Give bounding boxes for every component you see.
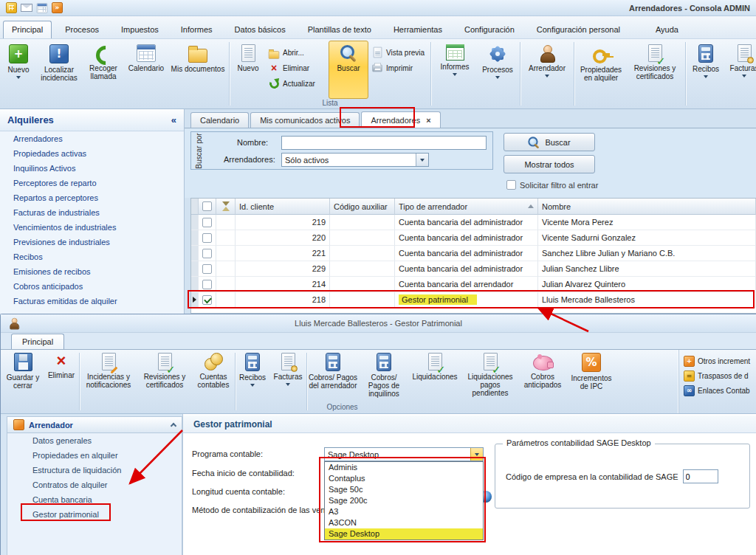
solicitar-filtro-checkbox[interactable]: Solicitar filtro al entrar (506, 180, 598, 190)
ribbon-button-imprimir[interactable]: Imprimir (371, 62, 426, 74)
titlebar: » Arrendadores - Consola ADMIN (0, 0, 756, 16)
document-area: Calendario Mis comunicados activos Arren… (185, 109, 756, 314)
ribbon-button-localizar-incidencias[interactable]: ! Localizar incidencias (35, 41, 83, 99)
table-row[interactable]: 214 Cuenta bancaria del arrendador Julia… (191, 277, 756, 292)
mail-icon[interactable] (21, 4, 32, 12)
ribbon-button-calendario[interactable]: Calendario (124, 41, 168, 99)
menu-tab-configuracion[interactable]: Configuración (456, 21, 523, 38)
option-adminis[interactable]: Adminis (325, 462, 483, 473)
row-checkbox[interactable] (199, 246, 216, 261)
sidebar-item-facturas-industriales[interactable]: Facturas de industriales (0, 205, 184, 220)
option-a3[interactable]: A3 (325, 506, 483, 517)
row-checkbox[interactable] (199, 261, 216, 277)
ribbon-button-abrir[interactable]: Abrir... (268, 46, 326, 58)
ribbon-button-nuevo-lista[interactable]: Nuevo (231, 41, 265, 99)
row-checkbox[interactable] (199, 230, 216, 246)
ribbon-button-buscar[interactable]: Buscar (329, 41, 368, 99)
menu-tab-informes[interactable]: Informes (172, 21, 221, 38)
header-nombre[interactable]: Nombre (538, 199, 756, 215)
ribbon-button-recoger-llamada[interactable]: Recoger llamada (83, 41, 124, 99)
sidebar-item-emisiones-recibos[interactable]: Emisiones de recibos (0, 264, 184, 279)
nav-header-arrendador[interactable]: Arrendador (7, 417, 182, 433)
sidebar-header[interactable]: Alquileres « (0, 109, 184, 131)
menu-tab-datos-basicos[interactable]: Datos básicos (226, 21, 295, 38)
mostrar-todos-button[interactable]: Mostrar todos (504, 155, 595, 173)
header-id-cliente[interactable]: Id. cliente (236, 199, 330, 215)
menu-tab-impuestos[interactable]: Impuestos (112, 21, 168, 38)
nav-item-cuenta-bancaria[interactable]: Cuenta bancaria (7, 492, 182, 507)
ribbon-button-revisiones-certificados[interactable]: ✓ Revisiones y certificados (626, 41, 684, 99)
ribbon-button-arrendador[interactable]: Arrendador (522, 41, 572, 99)
option-sage-200c[interactable]: Sage 200c (325, 495, 483, 506)
sidebar-item-cobros-anticipados[interactable]: Cobros anticipados (0, 279, 184, 294)
ribbon-button-eliminar[interactable]: × Eliminar (268, 62, 326, 74)
doc-tab-calendario[interactable]: Calendario (190, 112, 249, 128)
programa-contable-select[interactable]: Sage Desktop (324, 447, 484, 461)
sidebar-item-recibos[interactable]: Recibos (0, 249, 184, 264)
menu-tab-plantillas[interactable]: Plantillas de texto (299, 21, 380, 38)
nav-item-estructura-liquidacion[interactable]: Estructura de liquidación (7, 463, 182, 478)
ribbon-button-actualizar[interactable]: Actualizar (268, 77, 326, 89)
hourglass-column-header[interactable] (216, 199, 236, 215)
doc-tab-mis-comunicados[interactable]: Mis comunicados activos (250, 112, 360, 128)
nav-item-contratos-alquiler[interactable]: Contratos de alquiler (7, 478, 182, 492)
table-row[interactable]: 221 Cuenta bancaria del administrador Sa… (191, 246, 756, 261)
table-row[interactable]: 219 Cuenta bancaria del administrador Vi… (191, 215, 756, 230)
sidebar-item-perceptores-reparto[interactable]: Perceptores de reparto (0, 176, 184, 190)
option-sage-desktop[interactable]: Sage Desktop (325, 528, 483, 540)
option-contaplus[interactable]: Contaplus (325, 473, 483, 484)
option-a3con[interactable]: A3CON (325, 517, 483, 528)
header-tipo-arrendador[interactable]: Tipo de arrendador (395, 199, 538, 215)
nombre-input[interactable] (281, 136, 487, 150)
sidebar-item-arrendadores[interactable]: Arrendadores (0, 131, 184, 146)
header-codigo-auxiliar[interactable]: Código auxiliar (330, 199, 395, 215)
nav-item-datos-generales[interactable]: Datos generales (7, 433, 182, 448)
ribbon-button-recibos[interactable]: Recibos (687, 41, 724, 99)
table-row-selected[interactable]: 218 Gestor patrimonial Lluis Mercade Bal… (191, 292, 756, 308)
sidebar-item-previsiones-industriales[interactable]: Previsiones de industriales (0, 235, 184, 249)
sidebar-item-facturas-emitidas[interactable]: Facturas emitidas de alquiler (0, 294, 184, 308)
menu-tab-configuracion-personal[interactable]: Configuración personal (528, 21, 629, 38)
dlg-button-otros-incrementos[interactable]: + Otros increment (684, 356, 755, 367)
sidebar-item-inquilinos-activos[interactable]: Inquilinos Activos (0, 161, 184, 176)
select-all-checkbox[interactable] (199, 199, 216, 215)
menu-tab-procesos[interactable]: Procesos (56, 21, 108, 38)
nav-item-propiedades-alquiler[interactable]: Propiedades en alquiler (7, 448, 182, 463)
calendar-edit-icon[interactable] (36, 2, 48, 14)
ribbon-button-facturas[interactable]: Facturas (724, 41, 756, 99)
ribbon-button-propiedades-en-alquiler[interactable]: Propiedades en alquiler (576, 41, 626, 99)
buscar-button[interactable]: Buscar (504, 133, 595, 151)
sidebar-item-repartos-perceptores[interactable]: Repartos a perceptores (0, 190, 184, 205)
nav-item-gestor-patrimonial[interactable]: Gestor patrimonial (7, 507, 182, 522)
ribbon-button-nuevo[interactable]: + Nuevo (1, 41, 35, 99)
sidebar-item-vencimientos-industriales[interactable]: Vencimientos de industriales (0, 220, 184, 235)
combo-arrow-button[interactable] (416, 154, 428, 166)
ribbon-button-informes[interactable]: Informes (433, 41, 477, 99)
row-checkbox[interactable] (199, 292, 216, 308)
app-icon[interactable] (6, 2, 17, 13)
menu-tab-ayuda[interactable]: Ayuda (647, 21, 687, 38)
option-sage-50c[interactable]: Sage 50c (325, 484, 483, 495)
ribbon-button-procesos[interactable]: Procesos (477, 41, 518, 99)
table-row[interactable]: 229 Cuenta bancaria del administrador Ju… (191, 261, 756, 277)
collapse-up-icon[interactable] (171, 423, 176, 429)
ribbon-button-mis-documentos[interactable]: Mis documentos (168, 41, 227, 99)
arrendadores-select[interactable]: Sólo activos (281, 153, 429, 167)
dialog-tab-principal[interactable]: Principal (11, 334, 64, 349)
row-checkbox[interactable] (199, 215, 216, 230)
menu-tab-herramientas[interactable]: Herramientas (385, 21, 451, 38)
close-icon[interactable]: × (426, 116, 430, 125)
doc-tab-arrendadores[interactable]: Arrendadores × (361, 111, 440, 128)
signal-icon[interactable]: » (52, 2, 63, 13)
row-checkbox[interactable] (199, 277, 216, 292)
menu-tab-principal[interactable]: Principal (3, 21, 52, 38)
ribbon-button-vista-previa[interactable]: Vista previa (371, 46, 426, 58)
combo-arrow-button[interactable] (470, 448, 483, 461)
dlg-button-enlaces-contables[interactable]: ∞ Enlaces Contab (684, 385, 755, 396)
checkbox-icon[interactable] (506, 180, 516, 190)
table-row[interactable]: 220 Cuenta bancaria del administrador Vi… (191, 230, 756, 246)
codigo-empresa-input[interactable] (683, 469, 718, 483)
sidebar-item-propiedades-activas[interactable]: Propiedades activas (0, 146, 184, 161)
dlg-button-traspasos[interactable]: = Traspasos de d (684, 370, 755, 382)
collapse-icon[interactable]: « (171, 114, 176, 125)
